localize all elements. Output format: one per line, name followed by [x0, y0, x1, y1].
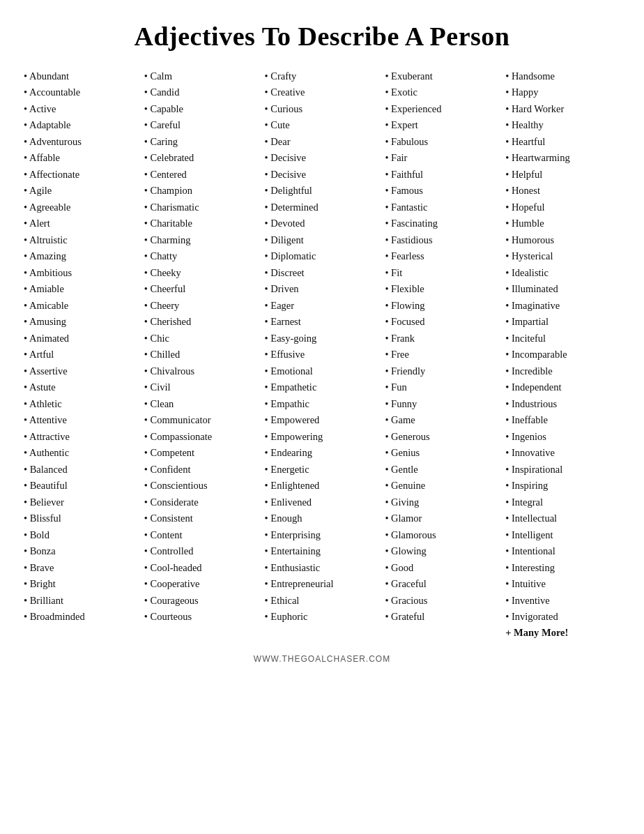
word-item: Charitable [144, 215, 259, 232]
word-item: Fastidious [385, 232, 500, 248]
word-item: Centered [144, 167, 259, 183]
word-item: Glamor [385, 510, 500, 526]
word-item: Amiable [24, 281, 139, 297]
word-item: Exotic [385, 84, 500, 100]
word-item: Endearing [265, 445, 380, 461]
word-item: Inciteful [505, 331, 620, 347]
word-item: Independent [505, 379, 620, 395]
word-item: Eager [265, 298, 380, 314]
word-item: Hysterical [505, 248, 620, 264]
word-item: Cheeky [144, 265, 259, 281]
word-item: Famous [385, 183, 500, 199]
word-item: Emotional [265, 363, 380, 379]
word-item: Assertive [24, 363, 139, 379]
word-item: Heartful [505, 134, 620, 150]
word-item: Ineffable [505, 412, 620, 428]
word-item: Fit [385, 265, 500, 281]
word-item: Beautiful [24, 478, 139, 494]
word-item: Communicator [144, 412, 259, 428]
word-item: Energetic [265, 462, 380, 478]
word-item: Good [385, 560, 500, 576]
word-item: Charismatic [144, 199, 259, 215]
word-item: Cool-headed [144, 560, 259, 576]
word-item: Broadminded [24, 609, 139, 625]
word-item: Artful [24, 347, 139, 363]
word-item: Attentive [24, 412, 139, 428]
word-item: Gentle [385, 462, 500, 478]
word-item: Courteous [144, 609, 259, 625]
word-item: Experienced [385, 101, 500, 117]
word-item: Controlled [144, 543, 259, 559]
word-item: Confident [144, 462, 259, 478]
word-item: Giving [385, 494, 500, 510]
word-item: Euphoric [265, 609, 380, 625]
word-item: Interesting [505, 560, 620, 576]
word-item: Conscientious [144, 478, 259, 494]
word-item: Inventive [505, 593, 620, 609]
word-item: Authentic [24, 445, 139, 461]
word-item: Chilled [144, 347, 259, 363]
word-item: Devoted [265, 215, 380, 232]
word-item: Entrepreneurial [265, 576, 380, 592]
word-item: Glamorous [385, 527, 500, 543]
word-item: Amicable [24, 298, 139, 314]
word-item: Adventurous [24, 134, 139, 150]
word-item: Competent [144, 445, 259, 461]
word-item: Considerate [144, 494, 259, 510]
word-item: Curious [265, 101, 380, 117]
word-item: Focused [385, 314, 500, 330]
word-item: Driven [265, 281, 380, 297]
word-item: Careful [144, 117, 259, 133]
word-item: Cheerful [144, 281, 259, 297]
word-item: Alert [24, 215, 139, 232]
word-item: Consistent [144, 510, 259, 526]
word-item: Healthy [505, 117, 620, 133]
word-item: Impartial [505, 314, 620, 330]
word-item: Decisive [265, 150, 380, 166]
word-item: Empathic [265, 396, 380, 412]
word-item: Agile [24, 183, 139, 199]
word-item: Fascinating [385, 215, 500, 232]
word-item: Game [385, 412, 500, 428]
word-item: Humorous [505, 232, 620, 248]
word-item: Compassionate [144, 429, 259, 445]
word-item: Chivalrous [144, 363, 259, 379]
word-item: Determined [265, 199, 380, 215]
column-3: CraftyCreativeCuriousCuteDearDecisiveDec… [262, 68, 383, 625]
word-item: Intelligent [505, 527, 620, 543]
word-item: Cherished [144, 314, 259, 330]
word-item: Effusive [265, 347, 380, 363]
word-item: Genuine [385, 478, 500, 494]
word-item: Abundant [24, 68, 139, 84]
word-item: Caring [144, 134, 259, 150]
word-item: Fearless [385, 248, 500, 264]
word-item: Decisive [265, 167, 380, 183]
word-item: Fabulous [385, 134, 500, 150]
word-item: Bright [24, 576, 139, 592]
word-item: Astute [24, 379, 139, 395]
word-item: Athletic [24, 396, 139, 412]
word-item: Empathetic [265, 379, 380, 395]
word-item: Creative [265, 84, 380, 100]
word-item: Inspirational [505, 462, 620, 478]
word-item: Enthusiastic [265, 560, 380, 576]
word-item: Amazing [24, 248, 139, 264]
word-item: Chatty [144, 248, 259, 264]
word-item: Cheery [144, 298, 259, 314]
word-item: Dear [265, 134, 380, 150]
column-4: ExuberantExoticExperiencedExpertFabulous… [382, 68, 503, 625]
column-2: CalmCandidCapableCarefulCaringCelebrated… [141, 68, 262, 625]
word-item: Agreeable [24, 199, 139, 215]
word-item: Incomparable [505, 347, 620, 363]
word-item: Chic [144, 331, 259, 347]
word-item: Courageous [144, 593, 259, 609]
word-item: Hard Worker [505, 101, 620, 117]
word-item: Brilliant [24, 593, 139, 609]
word-item: Empowering [265, 429, 380, 445]
word-item: Delightful [265, 183, 380, 199]
adjectives-columns: AbundantAccountableActiveAdaptableAdvent… [21, 68, 623, 642]
word-item: Diligent [265, 232, 380, 248]
word-item: Enlivened [265, 494, 380, 510]
word-item: Civil [144, 379, 259, 395]
word-item: Capable [144, 101, 259, 117]
